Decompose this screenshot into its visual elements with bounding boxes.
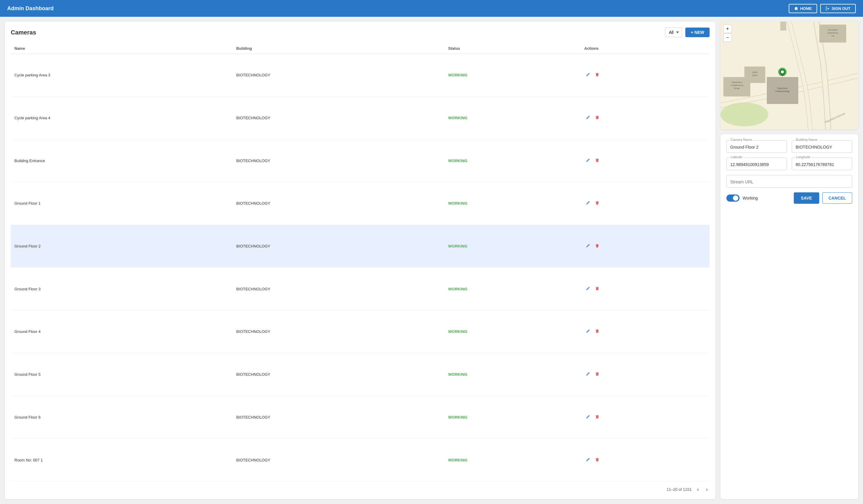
camera-actions-cell [581, 396, 710, 439]
edit-icon [586, 286, 590, 291]
table-row[interactable]: Building Entrance BIOTECHNOLOGY WORKING [11, 139, 710, 182]
filter-select[interactable]: All [665, 28, 682, 37]
svg-rect-17 [780, 22, 786, 30]
next-page-button[interactable]: › [704, 486, 710, 493]
delete-icon [595, 371, 600, 376]
camera-name-input[interactable] [726, 140, 787, 153]
delete-button[interactable] [593, 242, 601, 250]
delete-button[interactable] [593, 285, 601, 293]
right-panel: + − Playfield Avenue GATE Off [721, 22, 858, 499]
status-badge: WORKING [448, 372, 467, 377]
edit-icon [586, 243, 590, 248]
save-button[interactable]: SAVE [794, 192, 819, 204]
delete-icon [595, 286, 600, 291]
map-svg: Playfield Avenue GATE Office Department … [721, 22, 858, 129]
edit-icon [586, 158, 590, 163]
prev-page-button[interactable]: ‹ [695, 486, 701, 493]
main-layout: Cameras All + NEW Name Building Status A… [0, 17, 863, 504]
delete-button[interactable] [593, 114, 601, 122]
edit-button[interactable] [584, 157, 591, 165]
camera-actions-cell [581, 54, 710, 97]
camera-name-cell: Ground Floor 2 [11, 225, 233, 268]
cancel-button[interactable]: CANCEL [822, 192, 852, 204]
table-row[interactable]: Cycle parking Area 3 BIOTECHNOLOGY WORKI… [11, 54, 710, 97]
working-toggle[interactable] [726, 194, 740, 202]
camera-status-cell: WORKING [445, 268, 581, 311]
table-row[interactable]: Cycle parking Area 4 BIOTECHNOLOGY WORKI… [11, 97, 710, 139]
camera-building-cell: BIOTECHNOLOGY [233, 54, 445, 97]
edit-button[interactable] [584, 242, 591, 250]
edit-button[interactable] [584, 71, 591, 79]
svg-text:Office: Office [752, 74, 758, 76]
camera-actions-cell [581, 439, 710, 481]
delete-icon [595, 158, 600, 163]
delete-icon [595, 200, 600, 205]
col-building: Building [233, 43, 445, 54]
delete-button[interactable] [593, 413, 601, 421]
form-row-names: Camera Name Building Name [726, 140, 852, 153]
table-row[interactable]: Ground Floor 1 BIOTECHNOLOGY WORKING [11, 182, 710, 225]
signout-button[interactable]: SIGN OUT [820, 4, 856, 13]
stream-url-group [726, 175, 852, 188]
edit-button[interactable] [584, 413, 591, 421]
edit-button[interactable] [584, 328, 591, 336]
svg-text:GATE: GATE [752, 71, 758, 73]
svg-text:of Biotechnology: of Biotechnology [775, 90, 790, 92]
edit-icon [586, 371, 590, 376]
edit-button[interactable] [584, 370, 591, 378]
delete-button[interactable] [593, 199, 601, 207]
edit-icon [586, 200, 590, 205]
svg-text:Department: Department [732, 81, 742, 84]
header-buttons: HOME SIGN OUT [789, 4, 856, 13]
delete-icon [595, 72, 600, 77]
header-controls: All + NEW [665, 28, 710, 37]
home-button[interactable]: HOME [789, 4, 817, 13]
camera-name-label: Camera Name [729, 138, 753, 141]
camera-status-cell: WORKING [445, 396, 581, 439]
table-row[interactable]: Ground Floor 4 BIOTECHNOLOGY WORKING [11, 311, 710, 353]
stream-url-input[interactable] [726, 175, 852, 188]
edit-button[interactable] [584, 114, 591, 122]
col-actions: Actions [581, 43, 710, 54]
form-actions: Working SAVE CANCEL [726, 192, 852, 204]
building-name-input[interactable] [792, 140, 852, 153]
new-camera-button[interactable]: + NEW [685, 28, 710, 37]
longitude-input[interactable] [792, 158, 852, 170]
delete-button[interactable] [593, 456, 601, 464]
camera-building-cell: BIOTECHNOLOGY [233, 182, 445, 225]
edit-button[interactable] [584, 199, 591, 207]
zoom-in-button[interactable]: + [723, 25, 732, 33]
camera-status-cell: WORKING [445, 353, 581, 396]
map-controls: + − [723, 25, 732, 42]
camera-status-cell: WORKING [445, 182, 581, 225]
delete-button[interactable] [593, 370, 601, 378]
zoom-out-button[interactable]: − [723, 34, 732, 42]
status-badge: WORKING [448, 159, 467, 163]
camera-actions-cell [581, 97, 710, 139]
working-toggle-container: Working [726, 194, 758, 202]
app-header: Admin Dashboard HOME SIGN OUT [0, 0, 863, 17]
latitude-group: Latitude [726, 158, 787, 170]
edit-button[interactable] [584, 456, 591, 464]
latitude-input[interactable] [726, 158, 787, 170]
camera-name-cell: Ground Floor 6 [11, 396, 233, 439]
table-row[interactable]: Ground Floor 6 BIOTECHNOLOGY WORKING [11, 396, 710, 439]
table-row[interactable]: Ground Floor 2 BIOTECHNOLOGY WORKING [11, 225, 710, 268]
table-row[interactable]: Ground Floor 3 BIOTECHNOLOGY WORKING [11, 268, 710, 311]
signout-icon [826, 6, 830, 11]
delete-button[interactable] [593, 157, 601, 165]
camera-name-group: Camera Name [726, 140, 787, 153]
svg-text:Design: Design [734, 87, 740, 90]
status-badge: WORKING [448, 329, 467, 334]
form-row-coords: Latitude Longitude [726, 158, 852, 170]
camera-status-cell: WORKING [445, 139, 581, 182]
delete-button[interactable] [593, 328, 601, 336]
svg-text:Lab: Lab [831, 35, 835, 37]
table-row[interactable]: Room No: 007 1 BIOTECHNOLOGY WORKING [11, 439, 710, 481]
delete-icon [595, 329, 600, 333]
camera-building-cell: BIOTECHNOLOGY [233, 439, 445, 481]
camera-building-cell: BIOTECHNOLOGY [233, 353, 445, 396]
table-row[interactable]: Ground Floor 5 BIOTECHNOLOGY WORKING [11, 353, 710, 396]
edit-button[interactable] [584, 285, 591, 293]
delete-button[interactable] [593, 71, 601, 79]
